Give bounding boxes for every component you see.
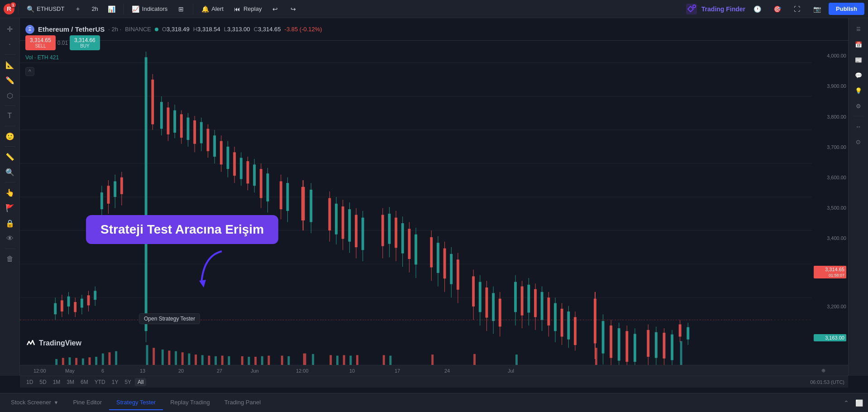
target2-button[interactable]: ⊙ <box>851 134 866 149</box>
separator3 <box>193 4 193 14</box>
svg-rect-54 <box>213 135 216 157</box>
undo-button[interactable]: ↩ <box>267 3 283 15</box>
draw-tool[interactable]: ✏️ <box>3 73 17 87</box>
bottom-tabs: Stock Screener ▼ Pine Editor Strategy Te… <box>0 393 868 412</box>
tf-1d[interactable]: 1D <box>24 378 36 386</box>
svg-rect-130 <box>534 289 537 317</box>
tab-replay-trading[interactable]: Replay Trading <box>163 395 217 410</box>
watchlist-button[interactable]: ☰ <box>851 22 866 36</box>
live-indicator <box>155 28 158 31</box>
svg-rect-102 <box>415 235 417 265</box>
svg-rect-90 <box>362 218 364 250</box>
topbar: R 🔍 ETHUSDT ＋ 2h 📊 📈 Indicators ⊞ 🔔 Aler… <box>0 0 868 18</box>
price-3600: 3,600.00 <box>814 175 846 180</box>
crosshair-tool[interactable]: ✛ <box>3 22 17 36</box>
sell-button[interactable]: 3,314.65 SELL <box>25 35 56 50</box>
flag-tool[interactable]: 🚩 <box>3 201 17 215</box>
time-may: May <box>65 368 75 374</box>
tabs-right-controls: ⌃ ⬜ <box>841 398 864 408</box>
right-toolbar: ☰ 📅 📰 💬 💡 ⚙ ↔ ⊙ <box>848 18 868 376</box>
tf-5y[interactable]: 5Y <box>122 378 134 386</box>
svg-rect-80 <box>328 198 331 230</box>
settings-button[interactable]: ⚙ <box>851 99 866 113</box>
screenshot-button[interactable]: 📷 <box>809 3 825 15</box>
calendar-button[interactable]: 📅 <box>851 37 866 52</box>
time-10: 10 <box>349 368 355 374</box>
svg-rect-138 <box>561 309 563 337</box>
svg-rect-136 <box>554 303 557 331</box>
text-tool[interactable]: T <box>3 109 17 123</box>
clock-icon: 🕐 <box>753 5 762 14</box>
search-symbol[interactable]: 🔍 ETHUSDT <box>22 3 68 15</box>
target-icon: 🎯 <box>773 5 782 14</box>
tf-ytd[interactable]: YTD <box>92 378 108 386</box>
lt-sep5 <box>5 182 15 182</box>
alert-button[interactable]: 🔔 Alert <box>197 3 227 15</box>
separator <box>18 4 19 14</box>
dot-tool[interactable]: · <box>3 37 17 52</box>
rt-sep1 <box>853 116 864 116</box>
time-27: 27 <box>217 368 222 374</box>
eye-tool[interactable]: 👁 <box>3 231 17 246</box>
buy-button[interactable]: 3,314.66 BUY <box>70 35 100 50</box>
trend-line-tool[interactable]: 📐 <box>3 57 17 72</box>
tab-pine-editor[interactable]: Pine Editor <box>66 395 109 410</box>
zoom-tool[interactable]: 🔍 <box>3 165 17 179</box>
vol-value: 421 <box>50 54 59 61</box>
tab-strategy-tester[interactable]: Strategy Tester <box>109 395 163 410</box>
collapse-tabs-icon[interactable]: ⌃ <box>841 398 852 408</box>
price-3800: 3,800.00 <box>814 114 846 120</box>
undo-icon: ↩ <box>271 5 280 14</box>
emoji-tool[interactable]: 🙂 <box>3 129 17 144</box>
svg-rect-108 <box>444 249 446 279</box>
svg-rect-112 <box>457 259 459 290</box>
chart-type[interactable]: 📊 <box>104 3 120 15</box>
svg-rect-22 <box>87 295 90 305</box>
news-button[interactable]: 📰 <box>851 53 866 67</box>
svg-rect-36 <box>151 80 154 125</box>
collapse-button[interactable]: ^ <box>25 67 34 76</box>
chat-button[interactable]: 💬 <box>851 68 866 82</box>
ideas-button[interactable]: 💡 <box>851 83 866 98</box>
tab-stock-screener[interactable]: Stock Screener ▼ <box>4 395 66 410</box>
tf-all[interactable]: All <box>135 378 146 386</box>
symbol-exchange: BINANCE <box>125 26 151 33</box>
svg-rect-38 <box>160 102 163 129</box>
indicators-button[interactable]: 📈 Indicators <box>128 3 171 15</box>
replay-button[interactable]: ⏮ Replay <box>229 3 265 15</box>
publish-button[interactable]: Publish <box>829 3 864 15</box>
measure-tool[interactable]: 📏 <box>3 149 17 164</box>
tf-1y[interactable]: 1Y <box>109 378 121 386</box>
timeframe-selector[interactable]: 2h <box>88 4 101 14</box>
lock-tool[interactable]: 🔒 <box>3 216 17 230</box>
templates-icon: ⊞ <box>176 5 186 14</box>
maximize-tabs-icon[interactable]: ⬜ <box>854 398 864 408</box>
trash-tool[interactable]: 🗑 <box>3 252 17 266</box>
add-symbol[interactable]: ＋ <box>70 3 86 15</box>
indicators-label: Indicators <box>142 5 167 12</box>
svg-rect-50 <box>200 122 203 144</box>
svg-rect-96 <box>395 218 397 248</box>
svg-rect-24 <box>94 291 96 300</box>
shape-tool[interactable]: ⬡ <box>3 88 17 103</box>
tf-3m[interactable]: 3M <box>64 378 77 386</box>
tf-6m[interactable]: 6M <box>78 378 91 386</box>
low-value: L3,313.00 <box>224 26 250 33</box>
fullscreen-button[interactable]: ⛶ <box>789 3 805 15</box>
indicators-icon: 📈 <box>131 5 140 14</box>
tf-5d[interactable]: 5D <box>37 378 49 386</box>
expand-button[interactable]: ↔ <box>851 119 866 134</box>
r-logo[interactable]: R <box>4 4 14 14</box>
redo-button[interactable]: ↪ <box>285 3 301 15</box>
cursor-tool[interactable]: 👆 <box>3 185 17 200</box>
high-value: H3,318.54 <box>193 26 220 33</box>
lt-sep6 <box>5 249 15 249</box>
tf-1m[interactable]: 1M <box>50 378 63 386</box>
svg-rect-74 <box>286 183 289 211</box>
buy-label: BUY <box>74 43 95 48</box>
clock-button[interactable]: 🕐 <box>749 3 765 15</box>
tab-trading-panel[interactable]: Trading Panel <box>217 395 268 410</box>
templates-button[interactable]: ⊞ <box>173 3 189 15</box>
target-button[interactable]: 🎯 <box>769 3 785 15</box>
trading-finder-logo <box>685 3 698 15</box>
